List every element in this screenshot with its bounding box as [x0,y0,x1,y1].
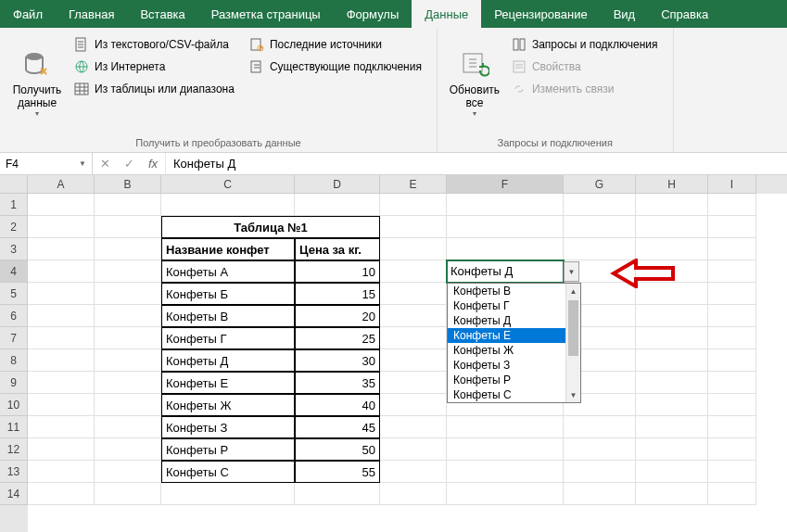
table-cell[interactable]: Конфеты Д [161,349,295,372]
tab-data[interactable]: Данные [412,0,481,28]
formula-input[interactable]: Конфеты Д [166,153,787,174]
col-header-b[interactable]: B [95,175,161,194]
tab-formulas[interactable]: Формулы [334,0,413,28]
table-cell[interactable]: Конфеты Г [161,327,295,349]
dropdown-option[interactable]: Конфеты Г [448,298,580,313]
table-header-name[interactable]: Название конфет [161,238,295,260]
group-queries-connections: Обновить все ▾ Запросы и подключения Сво… [438,28,674,152]
row-header-7[interactable]: 7 [0,327,28,349]
row-header-1[interactable]: 1 [0,194,28,216]
fx-button[interactable]: fx [141,157,165,171]
col-header-g[interactable]: G [564,175,636,194]
row-header-6[interactable]: 6 [0,305,28,327]
row-header-3[interactable]: 3 [0,238,28,260]
tab-insert[interactable]: Вставка [127,0,197,28]
tab-home[interactable]: Главная [56,0,127,28]
formula-bar: F4▼ ✕ ✓ fx Конфеты Д [0,153,787,175]
properties-icon [512,59,527,74]
table-cell[interactable]: Конфеты А [161,260,295,283]
row-header-10[interactable]: 10 [0,394,28,416]
select-all-corner[interactable] [0,175,28,194]
dropdown-option[interactable]: Конфеты З [448,358,580,373]
tab-view[interactable]: Вид [601,0,649,28]
col-header-d[interactable]: D [295,175,380,194]
tab-page-layout[interactable]: Разметка страницы [198,0,334,28]
from-text-csv-button[interactable]: Из текстового/CSV-файла [70,35,238,54]
table-cell[interactable]: Конфеты Е [161,372,295,394]
table-cell[interactable]: Конфеты С [161,461,295,483]
dropdown-option[interactable]: Конфеты С [448,387,580,402]
table-cell[interactable]: 30 [295,349,380,372]
table-cell[interactable]: Конфеты З [161,416,295,438]
globe-icon [74,59,89,74]
table-cell[interactable]: 35 [295,372,380,394]
col-header-f[interactable]: F [447,175,564,194]
tab-review[interactable]: Рецензирование [481,0,600,28]
scroll-thumb[interactable] [568,300,578,356]
dropdown-option[interactable]: Конфеты Р [448,373,580,387]
col-header-a[interactable]: A [28,175,95,194]
col-header-i[interactable]: I [708,175,756,194]
row-header-5[interactable]: 5 [0,283,28,305]
table-cell[interactable]: Конфеты Ж [161,394,295,416]
svg-rect-4 [251,39,260,50]
col-header-h[interactable]: H [636,175,708,194]
table-title[interactable]: Таблица №1 [161,216,380,238]
cell-f4[interactable]: Конфеты Д [447,260,564,283]
col-header-c[interactable]: C [161,175,295,194]
col-header-e[interactable]: E [380,175,447,194]
svg-rect-6 [251,61,260,72]
from-web-button[interactable]: Из Интернета [70,57,238,76]
table-cell[interactable]: 55 [295,461,380,483]
row-header-11[interactable]: 11 [0,416,28,438]
accept-formula-button[interactable]: ✓ [117,157,141,171]
table-cell[interactable]: 50 [295,438,380,461]
svg-rect-10 [514,61,525,72]
dropdown-scrollbar[interactable]: ▲ ▼ [565,284,580,402]
worksheet-grid: 1 2 3 4 5 6 7 8 9 10 11 12 13 14 A B C D… [0,175,787,532]
scroll-up-icon[interactable]: ▲ [566,284,580,298]
dropdown-option[interactable]: Конфеты Д [448,313,580,328]
table-cell[interactable]: 40 [295,394,380,416]
queries-connections-button[interactable]: Запросы и подключения [508,35,662,54]
get-data-button[interactable]: Получить данные ▾ [7,32,67,135]
table-header-price[interactable]: Цена за кг. [295,238,380,260]
table-cell[interactable]: Конфеты Б [161,283,295,305]
scroll-down-icon[interactable]: ▼ [566,387,580,402]
links-icon [512,82,527,96]
from-table-range-button[interactable]: Из таблицы или диапазона [70,80,238,98]
ribbon: Получить данные ▾ Из текстового/CSV-файл… [0,28,787,153]
tab-file[interactable]: Файл [0,0,56,28]
table-cell[interactable]: 45 [295,416,380,438]
group-get-transform: Получить данные ▾ Из текстового/CSV-файл… [0,28,438,152]
row-header-8[interactable]: 8 [0,349,28,372]
table-cell[interactable]: 25 [295,327,380,349]
edit-links-button[interactable]: Изменить связи [508,80,662,98]
tab-help[interactable]: Справка [648,0,721,28]
dropdown-option-highlighted[interactable]: Конфеты Е [448,328,580,343]
dropdown-option[interactable]: Конфеты В [448,284,580,298]
data-validation-dropdown-list[interactable]: Конфеты В Конфеты Г Конфеты Д Конфеты Е … [447,283,581,403]
row-header-4[interactable]: 4 [0,260,28,283]
table-cell[interactable]: 20 [295,305,380,327]
data-validation-dropdown-button[interactable]: ▼ [564,261,579,282]
table-cell[interactable]: 15 [295,283,380,305]
dropdown-option[interactable]: Конфеты Ж [448,343,580,358]
row-header-9[interactable]: 9 [0,372,28,394]
ribbon-tabs: Файл Главная Вставка Разметка страницы Ф… [0,0,787,28]
refresh-all-button[interactable]: Обновить все ▾ [445,32,504,135]
row-header-14[interactable]: 14 [0,483,28,505]
recent-sources-button[interactable]: Последние источники [246,35,425,54]
cancel-formula-button[interactable]: ✕ [93,157,117,171]
group-label-queries: Запросы и подключения [445,135,666,150]
name-box[interactable]: F4▼ [0,153,93,174]
row-header-12[interactable]: 12 [0,438,28,461]
row-header-13[interactable]: 13 [0,461,28,483]
properties-button[interactable]: Свойства [508,57,662,76]
cells-area[interactable]: Таблица №1 Название конфетЦена за кг. Ко… [28,194,787,505]
existing-connections-button[interactable]: Существующие подключения [246,57,425,76]
table-cell[interactable]: 10 [295,260,380,283]
row-header-2[interactable]: 2 [0,216,28,238]
table-cell[interactable]: Конфеты В [161,305,295,327]
table-cell[interactable]: Конфеты Р [161,438,295,461]
